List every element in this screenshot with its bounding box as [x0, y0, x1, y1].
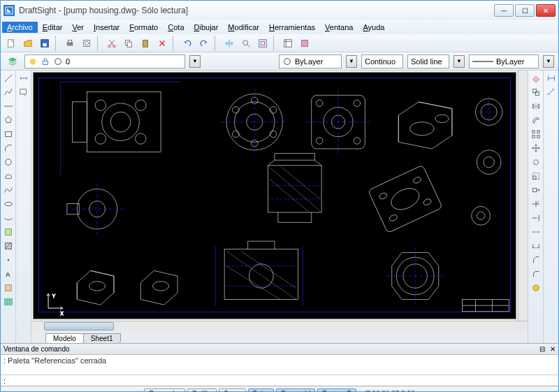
- save-button[interactable]: [37, 36, 52, 51]
- note-tool[interactable]: [17, 86, 30, 99]
- minimize-button[interactable]: ─: [494, 4, 514, 17]
- join-tool[interactable]: [530, 240, 542, 252]
- color-swatch-icon: [282, 57, 292, 66]
- zoom-window-button[interactable]: [238, 36, 254, 51]
- status-rejilla[interactable]: Rejilla: [187, 389, 216, 393]
- xline-tool[interactable]: [2, 100, 15, 112]
- layer-dropdown-button[interactable]: ▼: [189, 55, 201, 68]
- color-dropdown-button[interactable]: ▼: [346, 55, 357, 68]
- menu-bar: Archivo Editar Ver Insertar Formato Cota…: [1, 20, 558, 34]
- layer-manager-button[interactable]: [5, 54, 20, 69]
- stretch-tool[interactable]: [530, 184, 542, 196]
- dim-align-tool[interactable]: [545, 86, 558, 99]
- layer-lock-icon: [41, 57, 50, 66]
- menu-cota[interactable]: Cota: [163, 22, 189, 33]
- menu-ver[interactable]: Ver: [67, 22, 89, 33]
- extend-tool[interactable]: [530, 212, 542, 224]
- status-enganche[interactable]: Enganche: [144, 389, 185, 393]
- scale-tool[interactable]: [530, 170, 542, 182]
- cmd-autohide-icon[interactable]: ⊟: [539, 345, 545, 353]
- close-button[interactable]: ✕: [536, 4, 556, 17]
- menu-archivo[interactable]: Archivo: [2, 22, 38, 33]
- status-rastreoe[interactable]: RastreoE: [317, 389, 356, 393]
- print-button[interactable]: [62, 36, 78, 51]
- copy-button[interactable]: [121, 36, 136, 51]
- status-polar[interactable]: Polar: [248, 389, 274, 393]
- app-logo-icon: [3, 5, 15, 16]
- cut-button[interactable]: [104, 36, 119, 51]
- lineweight-dropdown-button[interactable]: ▼: [453, 55, 465, 68]
- linestyle-dropdown-button[interactable]: ▼: [543, 55, 554, 68]
- text-tool[interactable]: A: [2, 268, 15, 280]
- tab-sheet1[interactable]: Sheet1: [83, 333, 121, 343]
- menu-formato[interactable]: Formato: [124, 22, 163, 33]
- undo-button[interactable]: [180, 36, 195, 51]
- properties-button[interactable]: [280, 36, 296, 51]
- point-tool[interactable]: [2, 254, 15, 266]
- vertical-scrollbar[interactable]: [518, 71, 528, 321]
- maximize-button[interactable]: ☐: [515, 4, 535, 17]
- hatch-tool[interactable]: [2, 240, 15, 252]
- arc-tool[interactable]: [2, 142, 15, 154]
- print-preview-button[interactable]: [79, 36, 94, 51]
- command-input[interactable]: :: [1, 375, 558, 386]
- move-tool[interactable]: [530, 142, 542, 154]
- rotate-tool[interactable]: [530, 156, 542, 168]
- redo-button[interactable]: [196, 36, 212, 51]
- insert-block-tool[interactable]: [2, 226, 15, 238]
- menu-insertar[interactable]: Insertar: [89, 22, 124, 33]
- linetype-selector[interactable]: Continuo: [361, 55, 403, 68]
- paste-button[interactable]: [138, 36, 153, 51]
- rectangle-tool[interactable]: [2, 128, 15, 140]
- tab-modelo[interactable]: Modelo: [45, 333, 84, 343]
- horizontal-scrollbar[interactable]: [31, 321, 528, 331]
- menu-herramientas[interactable]: Herramientas: [264, 22, 320, 33]
- region-tool[interactable]: [2, 282, 15, 294]
- status-ortog[interactable]: Ortog: [219, 389, 246, 393]
- smart-dim-tool[interactable]: [17, 72, 30, 85]
- lineweight-selector[interactable]: Solid line: [407, 55, 449, 68]
- menu-dibujar[interactable]: Dibujar: [189, 22, 224, 33]
- menu-editar[interactable]: Editar: [38, 22, 68, 33]
- linestyle-selector[interactable]: ByLayer: [469, 55, 539, 68]
- array-tool[interactable]: [530, 128, 542, 140]
- layer-selector[interactable]: 0: [24, 55, 185, 68]
- canvas-area: Y X Modelo Sheet1: [31, 71, 528, 343]
- drawing-canvas[interactable]: Y X: [33, 72, 516, 319]
- menu-modificar[interactable]: Modificar: [223, 22, 264, 33]
- spline-tool[interactable]: [2, 184, 15, 196]
- polyline-tool[interactable]: [2, 86, 15, 99]
- line-tool[interactable]: [2, 72, 15, 85]
- circle-tool[interactable]: [2, 156, 15, 168]
- erase-tool[interactable]: [530, 72, 542, 85]
- new-file-button[interactable]: [3, 36, 19, 51]
- ellipse-arc-tool[interactable]: [2, 212, 15, 224]
- cmd-close-icon[interactable]: ✕: [550, 345, 556, 353]
- menu-ayuda[interactable]: Ayuda: [358, 22, 389, 33]
- table-tool[interactable]: [2, 296, 15, 308]
- trim-tool[interactable]: [530, 198, 542, 210]
- revcloud-tool[interactable]: [2, 170, 15, 182]
- copy-tool[interactable]: [530, 86, 542, 99]
- pan-button[interactable]: [222, 36, 237, 51]
- offset-tool[interactable]: [530, 114, 542, 126]
- ellipse-tool[interactable]: [2, 198, 15, 210]
- mirror-tool[interactable]: [530, 100, 542, 112]
- svg-rect-12: [143, 40, 148, 47]
- delete-button[interactable]: [154, 36, 170, 51]
- open-file-button[interactable]: [20, 36, 36, 51]
- dim-linear-tool[interactable]: [545, 72, 558, 85]
- svg-point-76: [477, 212, 485, 220]
- status-eng-entid[interactable]: Eng entid: [276, 389, 315, 393]
- menu-ventana[interactable]: Ventana: [320, 22, 358, 33]
- break-tool[interactable]: [530, 226, 542, 238]
- fillet-tool[interactable]: [530, 268, 542, 280]
- references-button[interactable]: [297, 36, 312, 51]
- polygon-tool[interactable]: [2, 114, 15, 126]
- svg-point-63: [477, 150, 501, 174]
- color-selector[interactable]: ByLayer: [279, 55, 342, 68]
- svg-point-80: [249, 264, 274, 289]
- chamfer-tool[interactable]: [530, 254, 542, 266]
- zoom-extents-button[interactable]: [255, 36, 270, 51]
- explode-tool[interactable]: [530, 282, 542, 294]
